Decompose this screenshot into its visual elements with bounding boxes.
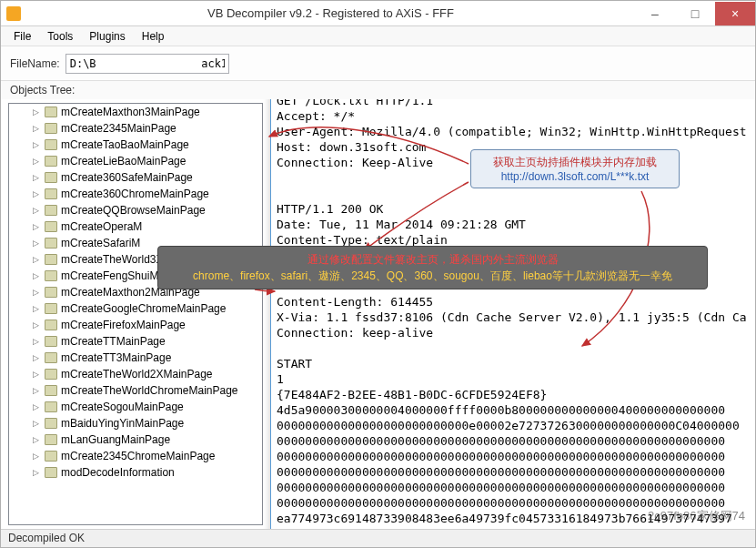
- expand-icon[interactable]: ▷: [31, 222, 41, 232]
- tree-item-label: mLanGuangMainPage: [61, 433, 170, 446]
- module-icon: [45, 385, 57, 396]
- menu-file[interactable]: File: [6, 28, 38, 45]
- objects-tree[interactable]: ▷mCreateMaxthon3MainPage▷mCreate2345Main…: [8, 103, 263, 525]
- module-icon: [45, 336, 57, 347]
- tree-item[interactable]: ▷mCreateTheWorld2XMainPage: [9, 366, 262, 382]
- tree-item-label: mCreateFirefoxMainPage: [61, 319, 186, 331]
- module-icon: [45, 123, 57, 134]
- expand-icon[interactable]: ▷: [31, 288, 41, 298]
- tree-item-label: mCreateSafariM: [61, 237, 140, 249]
- expand-icon[interactable]: ▷: [31, 173, 41, 183]
- objects-tree-label: Objects Tree:: [1, 81, 755, 99]
- tree-item[interactable]: ▷mCreate360ChromeMainPage: [9, 186, 262, 202]
- module-icon: [45, 205, 57, 216]
- titlebar: VB Decompiler v9.2 - Registered to AXiS …: [1, 1, 755, 26]
- expand-icon[interactable]: ▷: [31, 320, 41, 330]
- tree-item[interactable]: ▷mCreate2345ChromeMainPage: [9, 448, 262, 464]
- menu-help[interactable]: Help: [135, 28, 172, 45]
- tree-item[interactable]: ▷mCreateTheWorldChromeMainPage: [9, 382, 262, 399]
- tree-item-label: mCreateGoogleChromeMainPage: [61, 302, 226, 315]
- window-title: VB Decompiler v9.2 - Registered to AXiS …: [26, 6, 635, 20]
- expand-icon[interactable]: ▷: [31, 468, 41, 478]
- tree-item[interactable]: ▷mCreateFirefoxMainPage: [9, 317, 262, 333]
- filename-label: FileName:: [10, 57, 60, 70]
- watermark: 2c97fb86家修网74: [648, 508, 745, 524]
- toolbar: FileName:: [1, 46, 755, 81]
- expand-icon[interactable]: ▷: [31, 157, 41, 167]
- expand-icon[interactable]: ▷: [31, 238, 41, 249]
- expand-icon[interactable]: ▷: [31, 435, 41, 445]
- expand-icon[interactable]: ▷: [31, 189, 41, 199]
- tree-item[interactable]: ▷mCreateQQBrowseMainPage: [9, 202, 262, 218]
- tree-item[interactable]: ▷mCreateOperaM: [9, 218, 262, 235]
- app-icon: [6, 6, 21, 21]
- tree-item-label: mCreateQQBrowseMainPage: [61, 204, 206, 217]
- module-icon: [45, 156, 57, 167]
- tree-item-label: mBaiduYingYinMainPage: [61, 417, 184, 430]
- tree-item-label: mCreateTheWorldChromeMainPage: [61, 384, 238, 397]
- expand-icon[interactable]: ▷: [31, 107, 41, 117]
- annotation-1-line1: 获取主页劫持插件模块并内存加载: [479, 155, 671, 170]
- filename-input[interactable]: [66, 54, 229, 74]
- expand-icon[interactable]: ▷: [31, 124, 41, 134]
- tree-item[interactable]: ▷mCreateTTMainPage: [9, 333, 262, 350]
- statusbar: Decompiled OK: [1, 529, 755, 547]
- expand-icon[interactable]: ▷: [31, 337, 41, 347]
- module-icon: [45, 188, 57, 199]
- menu-plugins[interactable]: Plugins: [82, 28, 132, 45]
- tree-item-label: mCreate360ChromeMainPage: [61, 188, 209, 200]
- expand-icon[interactable]: ▷: [31, 140, 41, 150]
- annotation-callout-2: 通过修改配置文件篡改主页，通杀国内外主流浏览器 chrome、firefox、s…: [157, 246, 708, 289]
- expand-icon[interactable]: ▷: [31, 419, 41, 429]
- tree-item[interactable]: ▷mCreateTT3MainPage: [9, 350, 262, 366]
- minimize-button[interactable]: –: [635, 2, 675, 25]
- tree-item-label: mCreateTTMainPage: [61, 335, 166, 348]
- tree-item-label: mCreateOperaM: [61, 220, 142, 233]
- tree-item-label: mCreateTaoBaoMainPage: [61, 138, 189, 151]
- expand-icon[interactable]: ▷: [31, 353, 41, 363]
- expand-icon[interactable]: ▷: [31, 370, 41, 380]
- module-icon: [45, 418, 57, 429]
- tree-item-label: mCreate2345ChromeMainPage: [61, 450, 215, 462]
- tree-item[interactable]: ▷mCreateGoogleChromeMainPage: [9, 300, 262, 317]
- tree-item[interactable]: ▷modDecodeInformation: [9, 464, 262, 481]
- tree-item-label: mCreateTT3MainPage: [61, 351, 171, 364]
- tree-item[interactable]: ▷mCreateMaxthon3MainPage: [9, 104, 262, 120]
- annotation-1-line2: http://down.3lsoft.com/L***k.txt: [479, 170, 671, 183]
- expand-icon[interactable]: ▷: [31, 304, 41, 314]
- tree-item[interactable]: ▷mBaiduYingYinMainPage: [9, 415, 262, 431]
- expand-icon[interactable]: ▷: [31, 386, 41, 396]
- maximize-button[interactable]: □: [675, 2, 715, 25]
- module-icon: [45, 401, 57, 412]
- menu-tools[interactable]: Tools: [40, 28, 80, 45]
- module-icon: [45, 467, 57, 478]
- expand-icon[interactable]: ▷: [31, 402, 41, 412]
- tree-item[interactable]: ▷mLanGuangMainPage: [9, 431, 262, 448]
- tree-item[interactable]: ▷mCreateTaoBaoMainPage: [9, 137, 262, 153]
- module-icon: [45, 139, 57, 150]
- expand-icon[interactable]: ▷: [31, 452, 41, 462]
- module-icon: [45, 451, 57, 462]
- expand-icon[interactable]: ▷: [31, 255, 41, 265]
- annotation-2-line2: chrome、firefox、safari、遨游、2345、QQ、360、sou…: [167, 268, 698, 284]
- tree-item-label: mCreateLieBaoMainPage: [61, 155, 186, 167]
- tree-item-label: mCreateMaxthon3MainPage: [61, 106, 200, 118]
- module-icon: [45, 369, 57, 380]
- tree-item[interactable]: ▷mCreate2345MainPage: [9, 120, 262, 137]
- annotation-2-line1: 通过修改配置文件篡改主页，通杀国内外主流浏览器: [167, 251, 698, 268]
- tree-item[interactable]: ▷mCreateLieBaoMainPage: [9, 153, 262, 169]
- close-button[interactable]: ×: [715, 2, 755, 25]
- module-icon: [45, 107, 57, 117]
- annotation-callout-1: 获取主页劫持插件模块并内存加载 http://down.3lsoft.com/L…: [470, 149, 680, 188]
- module-icon: [45, 254, 57, 265]
- tree-item-label: mCreate2345MainPage: [61, 122, 176, 135]
- module-icon: [45, 238, 57, 249]
- module-icon: [45, 320, 57, 330]
- expand-icon[interactable]: ▷: [31, 271, 41, 281]
- tree-item-label: mCreateSogouMainPage: [61, 401, 184, 413]
- expand-icon[interactable]: ▷: [31, 206, 41, 216]
- tree-item[interactable]: ▷mCreateSogouMainPage: [9, 399, 262, 415]
- module-icon: [45, 352, 57, 363]
- tree-item[interactable]: ▷mCreate360SafeMainPage: [9, 169, 262, 186]
- module-icon: [45, 287, 57, 298]
